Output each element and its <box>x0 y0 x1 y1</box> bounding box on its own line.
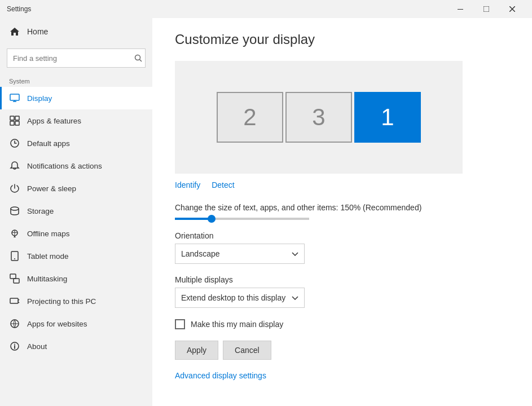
sidebar-multitasking-label: Multitasking <box>27 275 67 283</box>
search-input[interactable] <box>7 48 146 68</box>
sidebar-item-storage[interactable]: Storage <box>0 200 152 222</box>
sidebar-item-projecting[interactable]: Projecting to this PC <box>0 290 152 312</box>
svg-rect-11 <box>10 121 14 125</box>
svg-rect-10 <box>15 116 19 120</box>
search-button[interactable] <box>134 54 142 62</box>
sidebar-item-about[interactable]: About <box>0 335 152 358</box>
sidebar-item-apps-features[interactable]: Apps & features <box>0 109 152 132</box>
svg-rect-19 <box>14 279 19 283</box>
monitor-3-number: 3 <box>312 104 325 131</box>
search-box <box>7 48 146 68</box>
chevron-down-icon <box>292 252 298 256</box>
orientation-dropdown[interactable]: Landscape <box>175 244 305 264</box>
title-bar-controls <box>447 0 525 18</box>
svg-point-14 <box>11 207 19 210</box>
projecting-icon <box>9 295 20 307</box>
main-display-label: Make this my main display <box>191 320 283 329</box>
apps-features-icon <box>9 115 20 126</box>
display-preview: 2 3 1 <box>175 61 463 174</box>
main-display-row: Make this my main display <box>175 319 509 329</box>
sidebar-about-label: About <box>27 342 47 351</box>
main-content: Customize your display 2 3 1 Identify De… <box>152 18 532 406</box>
scale-slider-container: Change the size of text, apps, and other… <box>175 203 509 220</box>
svg-point-4 <box>135 55 140 60</box>
offline-maps-icon <box>9 228 20 239</box>
multitasking-icon <box>9 273 20 284</box>
page-title: Customize your display <box>175 32 509 47</box>
scale-slider-track[interactable] <box>175 218 309 220</box>
svg-line-5 <box>140 60 142 62</box>
orientation-value: Landscape <box>181 249 220 258</box>
display-links: Identify Detect <box>175 180 509 189</box>
sidebar-tablet-label: Tablet mode <box>27 252 69 261</box>
chevron-down-icon-2 <box>292 296 298 300</box>
multiple-displays-label: Multiple displays <box>175 275 509 284</box>
monitor-2[interactable]: 2 <box>217 92 283 143</box>
multiple-displays-container: Multiple displays Extend desktop to this… <box>175 275 509 308</box>
title-bar: Settings <box>0 0 532 18</box>
multiple-displays-dropdown[interactable]: Extend desktop to this display <box>175 288 305 308</box>
scale-slider-fill <box>175 218 212 220</box>
sidebar-item-offline-maps[interactable]: Offline maps <box>0 222 152 245</box>
cancel-button[interactable]: Cancel <box>223 341 271 360</box>
scale-label: Change the size of text, apps, and other… <box>175 203 509 212</box>
monitor-2-number: 2 <box>243 104 256 131</box>
advanced-display-link[interactable]: Advanced display settings <box>175 371 266 380</box>
svg-rect-12 <box>15 121 19 125</box>
sidebar-apps-websites-label: Apps for websites <box>27 320 87 328</box>
notifications-icon <box>9 160 20 171</box>
storage-icon <box>9 205 20 217</box>
about-icon <box>9 341 20 352</box>
sidebar-item-multitasking[interactable]: Multitasking <box>0 267 152 290</box>
main-display-checkbox[interactable] <box>175 319 185 329</box>
sidebar-projecting-label: Projecting to this PC <box>27 297 96 306</box>
title-bar-text: Settings <box>7 5 447 13</box>
monitor-1-number: 1 <box>381 104 394 131</box>
sidebar-display-label: Display <box>27 94 52 103</box>
detect-button[interactable]: Detect <box>212 180 234 189</box>
svg-point-17 <box>14 258 15 259</box>
svg-rect-20 <box>10 298 18 303</box>
sidebar-item-default-apps[interactable]: Default apps <box>0 132 152 155</box>
home-label: Home <box>27 27 48 36</box>
default-apps-icon <box>9 138 20 149</box>
close-button[interactable] <box>499 0 525 18</box>
sidebar-item-tablet-mode[interactable]: Tablet mode <box>0 245 152 267</box>
maximize-button[interactable] <box>473 0 499 18</box>
svg-rect-6 <box>10 94 19 100</box>
sidebar-power-label: Power & sleep <box>27 184 76 193</box>
identify-button[interactable]: Identify <box>175 180 200 189</box>
sidebar-item-apps-websites[interactable]: Apps for websites <box>0 312 152 335</box>
sidebar-default-apps-label: Default apps <box>27 139 70 148</box>
svg-point-26 <box>14 344 15 345</box>
sidebar-item-display[interactable]: Display <box>0 87 152 109</box>
power-sleep-icon <box>9 183 20 194</box>
system-section-label: System <box>0 74 152 87</box>
svg-rect-1 <box>483 6 489 12</box>
sidebar-offline-maps-label: Offline maps <box>27 230 70 238</box>
multiple-displays-value: Extend desktop to this display <box>181 293 285 302</box>
button-row: Apply Cancel <box>175 341 509 360</box>
sidebar-home-item[interactable]: Home <box>0 18 152 45</box>
apply-button[interactable]: Apply <box>175 341 218 360</box>
svg-rect-0 <box>458 9 463 10</box>
scale-slider-thumb[interactable] <box>208 215 216 223</box>
orientation-container: Orientation Landscape <box>175 231 509 264</box>
sidebar-apps-features-label: Apps & features <box>27 117 81 125</box>
sidebar-item-power-sleep[interactable]: Power & sleep <box>0 177 152 200</box>
monitor-1[interactable]: 1 <box>354 92 421 143</box>
svg-rect-9 <box>10 116 14 120</box>
app-container: Home System Display <box>0 18 532 406</box>
sidebar-notifications-label: Notifications & actions <box>27 162 102 170</box>
tablet-mode-icon <box>9 250 20 262</box>
svg-rect-18 <box>10 274 16 279</box>
minimize-button[interactable] <box>447 0 473 18</box>
display-icon <box>9 92 20 104</box>
orientation-label: Orientation <box>175 231 509 240</box>
apps-websites-icon <box>9 318 20 329</box>
sidebar: Home System Display <box>0 18 152 406</box>
sidebar-item-notifications[interactable]: Notifications & actions <box>0 155 152 177</box>
sidebar-storage-label: Storage <box>27 207 54 215</box>
monitor-3[interactable]: 3 <box>285 92 352 143</box>
home-icon <box>9 26 20 37</box>
